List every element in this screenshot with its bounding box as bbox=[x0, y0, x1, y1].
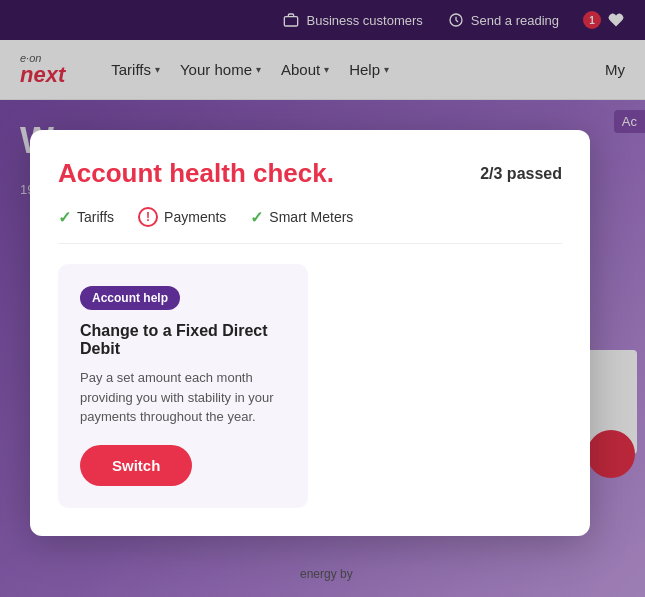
check-payments: ! Payments bbox=[138, 207, 226, 227]
check-smart-meters-label: Smart Meters bbox=[269, 209, 353, 225]
smart-meters-check-icon: ✓ bbox=[250, 208, 263, 227]
card-badge: Account help bbox=[80, 286, 180, 310]
health-check-modal: Account health check. 2/3 passed ✓ Tarif… bbox=[30, 130, 590, 536]
card-description: Pay a set amount each month providing yo… bbox=[80, 368, 286, 427]
payments-warn-icon: ! bbox=[138, 207, 158, 227]
tariffs-check-icon: ✓ bbox=[58, 208, 71, 227]
account-help-card: Account help Change to a Fixed Direct De… bbox=[58, 264, 308, 508]
modal-header: Account health check. 2/3 passed bbox=[58, 158, 562, 189]
check-tariffs: ✓ Tariffs bbox=[58, 207, 114, 227]
modal-title: Account health check. bbox=[58, 158, 334, 189]
check-tariffs-label: Tariffs bbox=[77, 209, 114, 225]
card-title: Change to a Fixed Direct Debit bbox=[80, 322, 286, 358]
modal-checks: ✓ Tariffs ! Payments ✓ Smart Meters bbox=[58, 207, 562, 244]
modal-passed: 2/3 passed bbox=[480, 165, 562, 183]
check-smart-meters: ✓ Smart Meters bbox=[250, 207, 353, 227]
switch-button[interactable]: Switch bbox=[80, 445, 192, 486]
check-payments-label: Payments bbox=[164, 209, 226, 225]
